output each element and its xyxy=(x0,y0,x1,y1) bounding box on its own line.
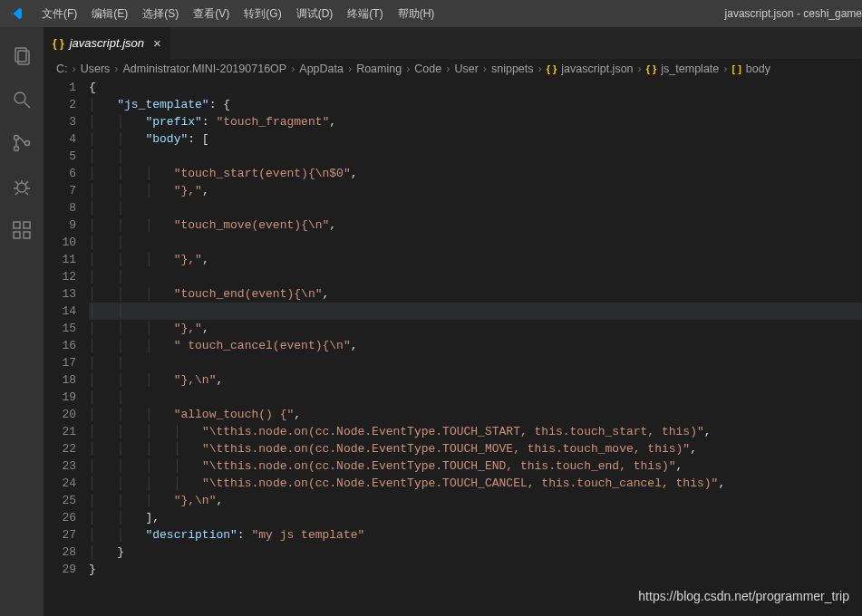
line-number: 3 xyxy=(44,113,76,130)
line-number: 19 xyxy=(44,389,76,406)
breadcrumb-item[interactable]: Administrator.MINI-20190716OP xyxy=(123,63,287,75)
code-line[interactable]: │ │ │ "},\n", xyxy=(89,492,862,509)
code-line[interactable]: │ │ │ │ "\tthis.node.on(cc.Node.EventTyp… xyxy=(89,423,862,440)
breadcrumb-item[interactable]: body xyxy=(746,63,770,75)
code-line[interactable]: │ │ │ " touch_cancel(event){\n", xyxy=(89,337,862,354)
code-line[interactable]: } xyxy=(89,561,862,578)
code-line[interactable]: │ │ xyxy=(89,148,862,165)
watermark: https://blog.csdn.net/programmer_trip xyxy=(638,589,849,603)
line-number: 6 xyxy=(44,165,76,182)
breadcrumb-item[interactable]: snippets xyxy=(491,63,534,75)
code-line[interactable]: │ │ │ "allow_touch() {", xyxy=(89,406,862,423)
tab-javascript-json[interactable]: { } javascript.json × xyxy=(44,27,171,59)
svg-point-5 xyxy=(15,147,19,151)
menu-select[interactable]: 选择(S) xyxy=(135,6,186,22)
code-line[interactable]: │ │ │ "},", xyxy=(89,320,862,337)
code-line[interactable]: │ │ "prefix": "touch_fragment", xyxy=(89,113,862,130)
chevron-right-icon: › xyxy=(404,63,412,75)
line-number: 24 xyxy=(44,475,76,492)
chevron-right-icon: › xyxy=(537,63,544,75)
code-line[interactable]: │ │ │ │ "\tthis.node.on(cc.Node.EventTyp… xyxy=(89,440,862,457)
line-number: 21 xyxy=(44,423,76,440)
debug-icon[interactable] xyxy=(0,165,44,208)
line-number: 4 xyxy=(44,130,76,148)
code-line[interactable]: { xyxy=(89,79,862,96)
menu-file[interactable]: 文件(F) xyxy=(34,6,84,22)
line-number: 26 xyxy=(44,509,76,526)
breadcrumb-icon: { } xyxy=(547,63,557,74)
source-control-icon[interactable] xyxy=(0,121,44,165)
chevron-right-icon: › xyxy=(346,63,354,75)
svg-point-6 xyxy=(25,141,30,146)
line-number: 8 xyxy=(44,199,76,217)
tab-label: javascript.json xyxy=(70,36,144,50)
svg-point-2 xyxy=(15,92,25,103)
code-line[interactable]: │ │ │ │ "\tthis.node.on(cc.Node.EventTyp… xyxy=(89,457,862,475)
breadcrumb-icon: { } xyxy=(646,63,657,74)
breadcrumb-item[interactable]: AppData xyxy=(299,63,344,75)
line-number: 10 xyxy=(44,234,76,251)
breadcrumb-item[interactable]: Code xyxy=(414,63,441,75)
code-line[interactable]: │ │ │ "},\n", xyxy=(89,371,862,389)
line-number: 25 xyxy=(44,492,76,509)
breadcrumb-item[interactable]: Roaming xyxy=(356,63,402,75)
explorer-icon[interactable] xyxy=(0,34,44,78)
code-line[interactable]: │ │ xyxy=(89,234,862,251)
menu-view[interactable]: 查看(V) xyxy=(186,6,237,22)
code-line[interactable]: │ │ │ "},", xyxy=(89,182,862,199)
chevron-right-icon: › xyxy=(636,63,644,75)
breadcrumbs[interactable]: C:›Users›Administrator.MINI-20190716OP›A… xyxy=(44,59,862,79)
code-line[interactable]: │ │ xyxy=(89,303,862,320)
chevron-right-icon: › xyxy=(722,63,729,75)
code-line[interactable]: │ │ xyxy=(89,268,862,285)
menu-terminal[interactable]: 终端(T) xyxy=(340,6,390,22)
line-number: 16 xyxy=(44,337,76,354)
menu-goto[interactable]: 转到(G) xyxy=(237,6,288,22)
menu-edit[interactable]: 编辑(E) xyxy=(84,6,135,22)
extensions-icon[interactable] xyxy=(0,208,44,252)
code-line[interactable]: │ │ │ │ "\tthis.node.on(cc.Node.EventTyp… xyxy=(89,475,862,492)
code-line[interactable]: │ } xyxy=(89,544,862,561)
svg-rect-11 xyxy=(24,222,30,228)
line-number: 13 xyxy=(44,285,76,303)
search-icon[interactable] xyxy=(0,78,44,121)
line-number: 20 xyxy=(44,406,76,423)
breadcrumb-item[interactable]: C: xyxy=(56,63,68,75)
menubar: 文件(F) 编辑(E) 选择(S) 查看(V) 转到(G) 调试(D) 终端(T… xyxy=(0,0,862,27)
code-line[interactable]: │ │ "description": "my js template" xyxy=(89,526,862,544)
code-line[interactable]: │ │ │ "touch_end(event){\n", xyxy=(89,285,862,303)
code-content[interactable]: {│ "js_template": {│ │ "prefix": "touch_… xyxy=(89,79,862,616)
code-line[interactable]: │ │ │ "touch_start(event){\n$0", xyxy=(89,165,862,182)
code-line[interactable]: │ │ xyxy=(89,354,862,371)
svg-rect-8 xyxy=(14,222,20,228)
code-line[interactable]: │ │ xyxy=(89,199,862,217)
code-editor[interactable]: 1234567891011121314151617181920212223242… xyxy=(44,79,862,616)
line-number: 17 xyxy=(44,354,76,371)
line-number: 7 xyxy=(44,182,76,199)
line-number: 18 xyxy=(44,371,76,389)
line-number: 2 xyxy=(44,96,76,113)
code-line[interactable]: │ │ "body": [ xyxy=(89,130,862,148)
activity-bar xyxy=(0,27,44,616)
close-icon[interactable]: × xyxy=(153,35,161,51)
code-line[interactable]: │ "js_template": { xyxy=(89,96,862,113)
menu-debug[interactable]: 调试(D) xyxy=(289,6,341,22)
svg-point-7 xyxy=(17,183,26,192)
code-line[interactable]: │ │ │ "},", xyxy=(89,251,862,268)
breadcrumb-item[interactable]: javascript.json xyxy=(561,63,633,75)
code-line[interactable]: │ │ xyxy=(89,389,862,406)
svg-rect-10 xyxy=(24,232,30,238)
breadcrumb-icon: [ ] xyxy=(731,63,741,74)
line-number: 28 xyxy=(44,544,76,561)
editor-area: { } javascript.json × C:›Users›Administr… xyxy=(44,27,862,616)
line-number: 1 xyxy=(44,79,76,96)
chevron-right-icon: › xyxy=(71,63,78,75)
code-line[interactable]: │ │ ], xyxy=(89,509,862,526)
line-number: 29 xyxy=(44,561,76,578)
code-line[interactable]: │ │ │ "touch_move(event){\n", xyxy=(89,217,862,234)
line-number: 11 xyxy=(44,251,76,268)
breadcrumb-item[interactable]: Users xyxy=(81,63,111,75)
breadcrumb-item[interactable]: js_template xyxy=(661,63,719,75)
menu-help[interactable]: 帮助(H) xyxy=(391,6,442,22)
breadcrumb-item[interactable]: User xyxy=(454,63,478,75)
